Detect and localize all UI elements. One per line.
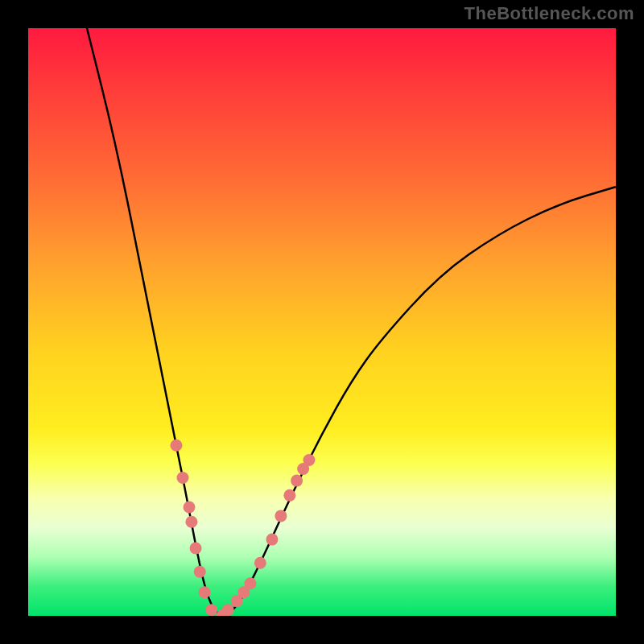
data-point: [185, 516, 197, 528]
data-point: [194, 566, 206, 578]
data-point: [275, 510, 287, 522]
data-point: [303, 454, 315, 466]
data-point: [283, 489, 295, 502]
data-point: [266, 534, 278, 546]
data-point: [184, 501, 196, 513]
data-point: [222, 604, 234, 616]
data-point: [170, 440, 182, 452]
data-point: [205, 604, 217, 616]
watermark-text: TheBottleneck.com: [464, 3, 634, 24]
dots-right-group: [216, 454, 315, 616]
data-point: [254, 557, 266, 569]
data-point: [199, 586, 211, 598]
data-point: [176, 472, 188, 484]
plot-area: [28, 28, 616, 616]
data-point: [190, 543, 202, 555]
curve-svg: [28, 28, 616, 616]
chart-frame: TheBottleneck.com: [0, 0, 644, 644]
bottleneck-curve: [87, 28, 616, 614]
data-point: [291, 475, 303, 487]
dots-left-group: [170, 440, 217, 616]
data-point: [244, 577, 256, 589]
